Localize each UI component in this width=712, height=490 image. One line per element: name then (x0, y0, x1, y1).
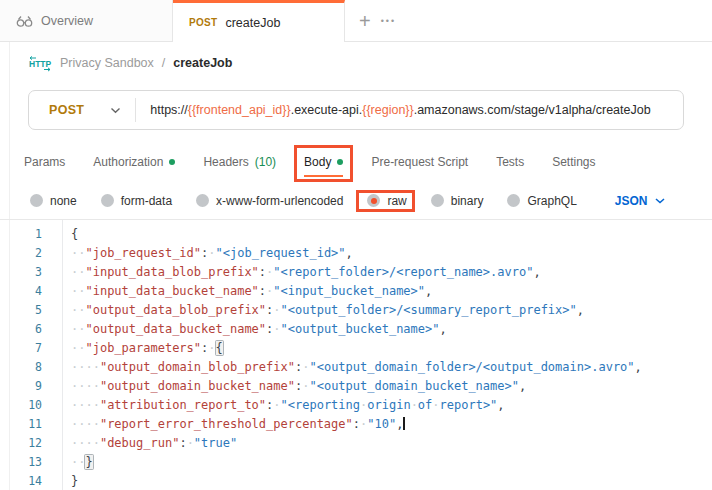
code-line: 6··"output_data_bucket_name":·"<output_b… (0, 320, 712, 339)
line-content: ··} (55, 453, 93, 472)
radio-icon (507, 194, 520, 207)
token-m: { (216, 341, 223, 355)
request-url[interactable]: https://{{frontend_api_id}}.execute-api.… (136, 103, 650, 117)
token-w: · (411, 398, 418, 412)
workspace-tab-bar: Overview POST createJob + ••• (0, 0, 712, 42)
tab-overview-label: Overview (41, 14, 93, 28)
token-w: ···· (71, 360, 100, 374)
token-s: of (418, 398, 432, 412)
headers-count: (10) (255, 155, 276, 169)
tab-createjob-label: createJob (225, 16, 280, 30)
request-tab-pre-request-script[interactable]: Pre-request Script (371, 142, 468, 182)
request-builder-pane: HTTP Privacy Sandbox / createJob POST ht (0, 42, 712, 490)
line-content: ··"job_parameters":·{ (55, 339, 223, 358)
token-w: · (208, 341, 215, 355)
url-variable-segment: {{frontend_api_id}} (188, 103, 291, 117)
line-number: 3 (0, 263, 55, 282)
code-line: 4··"input_data_bucket_name":·"<input_buc… (0, 282, 712, 301)
token-k: "input_data_bucket_name" (85, 284, 258, 298)
more-options-button[interactable]: ••• (381, 16, 396, 26)
token-p: : (259, 265, 266, 279)
token-k: "job_request_id" (85, 246, 201, 260)
code-line: 9····"output_domain_bucket_name":·"<outp… (0, 377, 712, 396)
method-label: POST (49, 103, 84, 117)
body-type-label: form-data (121, 194, 172, 208)
token-s: "10" (367, 417, 396, 431)
token-s: "<output_folder>/<summary_report_prefix>… (281, 303, 577, 317)
request-tab-tests[interactable]: Tests (496, 142, 524, 182)
token-s: "<input_bucket_name>" (273, 284, 425, 298)
request-tab-params[interactable]: Params (24, 142, 65, 182)
request-tab-authorization[interactable]: Authorization (93, 142, 175, 182)
token-k: "input_data_blob_prefix" (85, 265, 258, 279)
line-number: 10 (0, 396, 55, 415)
body-type-form-data[interactable]: form-data (101, 194, 172, 208)
code-line: 13··} (0, 453, 712, 472)
line-number: 13 (0, 453, 55, 472)
overview-icon (16, 14, 33, 28)
breadcrumb-request-name: createJob (173, 56, 232, 70)
new-tab-button[interactable]: + (359, 11, 371, 31)
token-w: ·· (71, 455, 85, 469)
line-content: ····"debug_run":·"true" (55, 434, 237, 453)
line-number: 5 (0, 301, 55, 320)
code-line: 8····"output_domain_blob_prefix":·"<outp… (0, 358, 712, 377)
body-type-raw[interactable]: raw (367, 194, 406, 208)
gutter-divider (62, 220, 63, 490)
method-dropdown[interactable]: POST (29, 103, 135, 117)
request-tab-label: Pre-request Script (371, 155, 468, 169)
line-number: 4 (0, 282, 55, 301)
url-text-segment: .amazonaws.com/stage/v1alpha/createJob (414, 103, 651, 117)
breadcrumb: HTTP Privacy Sandbox / createJob (0, 42, 712, 82)
url-bar: POST https://{{frontend_api_id}}.execute… (28, 90, 684, 130)
token-k: "output_data_bucket_name" (85, 322, 266, 336)
request-tab-label: Authorization (93, 155, 163, 169)
token-s: "true" (194, 436, 237, 450)
line-number: 12 (0, 434, 55, 453)
token-p: , (577, 303, 584, 317)
request-tab-label: Tests (496, 155, 524, 169)
body-editor[interactable]: 1{2··"job_request_id":·"<job_request_id>… (0, 219, 712, 490)
tab-bar-actions: + ••• (345, 0, 410, 41)
body-type-label: binary (451, 194, 484, 208)
code-line: 14} (0, 472, 712, 490)
code-line: 10····"attribution_report_to":·"<reporti… (0, 396, 712, 415)
token-w: · (273, 322, 280, 336)
token-k: "output_data_blob_prefix" (85, 303, 266, 317)
request-tab-body[interactable]: Body (304, 142, 343, 182)
token-w: · (432, 398, 439, 412)
body-type-graphql[interactable]: GraphQL (507, 194, 576, 208)
line-content: ··"input_data_blob_prefix":·"<report_fol… (55, 263, 541, 282)
language-dropdown[interactable]: JSON (615, 194, 665, 208)
body-type-options: noneform-datax-www-form-urlencodedrawbin… (0, 182, 712, 219)
token-p: , (533, 265, 540, 279)
request-tab-headers[interactable]: Headers(10) (203, 142, 276, 182)
code-line: 5··"output_data_blob_prefix":·"<output_f… (0, 301, 712, 320)
tab-createjob[interactable]: POST createJob (173, 0, 345, 42)
request-tab-label: Body (304, 155, 331, 169)
radio-icon (30, 194, 43, 207)
token-w: ···· (71, 436, 100, 450)
token-k: "report_error_threshold_percentage" (100, 417, 353, 431)
token-k: "output_domain_bucket_name" (100, 379, 295, 393)
request-tabs: ParamsAuthorizationHeaders(10)BodyPre-re… (0, 142, 712, 182)
request-tab-settings[interactable]: Settings (552, 142, 595, 182)
token-p: , (519, 379, 526, 393)
body-type-binary[interactable]: binary (431, 194, 484, 208)
token-s: "<output_domain_folder>/<output_domain>.… (309, 360, 634, 374)
line-content: ··"job_request_id":·"<job_request_id>", (55, 244, 353, 263)
body-type-x-www-form-urlencoded[interactable]: x-www-form-urlencoded (196, 194, 343, 208)
token-k: "attribution_report_to" (100, 398, 266, 412)
token-w: ···· (71, 379, 100, 393)
body-type-none[interactable]: none (30, 194, 77, 208)
breadcrumb-collection[interactable]: Privacy Sandbox (60, 56, 154, 70)
token-s: "<output_domain_bucket_name>" (309, 379, 519, 393)
token-w: · (273, 398, 280, 412)
token-p: , (635, 360, 642, 374)
token-w: ·· (71, 265, 85, 279)
line-content: { (55, 225, 78, 244)
line-content: ··"output_data_bucket_name":·"<output_bu… (55, 320, 447, 339)
tab-overview[interactable]: Overview (0, 0, 173, 41)
svg-text:HTTP: HTTP (29, 59, 52, 69)
token-w: ·· (71, 341, 85, 355)
